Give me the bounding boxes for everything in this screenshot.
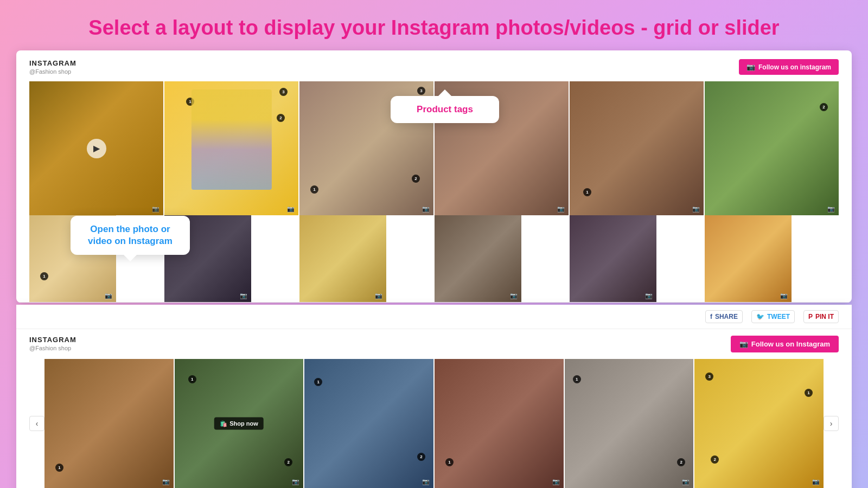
slider-container: ‹ 1 📷 1 2 🛍️ Shop now 📷 — [29, 359, 839, 488]
ig-icon-2: 📷 — [287, 206, 295, 213]
stag-3b: 2 — [417, 453, 425, 461]
grid-photo-8[interactable]: 📷 — [164, 215, 251, 302]
stag-2b: 2 — [284, 458, 292, 466]
sig-6: 📷 — [812, 478, 820, 485]
ig-icon-3: 📷 — [422, 206, 430, 213]
stag-2a: 1 — [188, 375, 196, 383]
ig-icon-1: 📷 — [152, 206, 159, 213]
instagram-icon-bottom: 📷 — [739, 340, 748, 348]
tag-4a: 1 — [445, 98, 454, 106]
stag-1a: 1 — [55, 464, 63, 472]
tag-5a: 1 — [583, 188, 591, 196]
ig-icon-10: 📷 — [510, 292, 518, 299]
stag-3a: 1 — [314, 378, 322, 386]
ig-handle-top: @Fashion shop — [29, 68, 76, 75]
photo-grid-bottom-row: 1 📷 📷 📷 📷 📷 📷 — [29, 215, 839, 302]
bottom-section: f SHARE 🐦 TWEET P PIN IT INSTAGRAM @Fash… — [16, 305, 852, 488]
bottom-ig-handle: @Fashion shop — [29, 345, 76, 351]
tag-3b: 2 — [412, 175, 420, 183]
top-panel: INSTAGRAM @Fashion shop 📷 Follow us on i… — [16, 50, 852, 303]
sig-3: 📷 — [422, 478, 430, 485]
photo-grid-top: ▶ 📷 1 2 3 📷 1 2 3 📷 1 📷 — [29, 81, 839, 215]
slider-photo-2[interactable]: 1 2 🛍️ Shop now 📷 — [175, 359, 304, 488]
instagram-icon-top: 📷 — [746, 63, 755, 71]
pinterest-icon: P — [808, 313, 813, 320]
slider-photo-1[interactable]: 1 📷 — [44, 359, 174, 488]
ig-header-top: INSTAGRAM @Fashion shop 📷 Follow us on i… — [29, 59, 839, 75]
ig-icon-8: 📷 — [240, 292, 247, 299]
stag-6a: 3 — [705, 373, 713, 381]
ig-icon-6: 📷 — [827, 206, 835, 213]
grid-photo-7[interactable]: 1 📷 — [29, 215, 116, 302]
grid-photo-9[interactable]: 📷 — [299, 215, 386, 302]
grid-photo-12[interactable]: 📷 — [705, 215, 792, 302]
grid-photo-4[interactable]: 1 📷 — [435, 81, 569, 215]
facebook-icon: f — [710, 313, 712, 320]
top-widget-card: INSTAGRAM @Fashion shop 📷 Follow us on i… — [16, 50, 852, 303]
ig-icon-4: 📷 — [557, 206, 565, 213]
ig-brand-top: INSTAGRAM @Fashion shop — [29, 59, 76, 75]
ig-icon-12: 📷 — [780, 292, 788, 299]
page-header: Select a layout to display your Instagra… — [0, 0, 868, 50]
tag-2b: 2 — [277, 114, 285, 122]
sig-4: 📷 — [552, 478, 560, 485]
slider-prev-arrow[interactable]: ‹ — [29, 416, 44, 431]
stag-5a: 1 — [573, 375, 581, 383]
tag-3c: 3 — [417, 87, 425, 95]
pinterest-share-btn[interactable]: P PIN IT — [803, 310, 839, 323]
slider-photo-6[interactable]: 3 1 2 📷 — [694, 359, 824, 488]
grid-photo-5[interactable]: 1 📷 — [570, 81, 704, 215]
ig-icon-11: 📷 — [645, 292, 653, 299]
follow-instagram-button-top[interactable]: 📷 Follow us on instagram — [739, 59, 839, 75]
sig-2: 📷 — [292, 478, 299, 485]
grid-photo-6[interactable]: 2 📷 — [705, 81, 839, 215]
stag-6c: 2 — [711, 455, 719, 464]
stag-4a: 1 — [445, 458, 454, 466]
tag-3a: 1 — [310, 185, 318, 194]
slider-photo-4[interactable]: 1 📷 — [435, 359, 564, 488]
sig-5: 📷 — [682, 478, 690, 485]
ig-icon-7: 📷 — [105, 292, 112, 299]
grid-photo-11[interactable]: 📷 — [570, 215, 656, 302]
tag-7a: 1 — [40, 272, 48, 280]
grid-photo-2[interactable]: 1 2 3 📷 — [164, 81, 298, 215]
slider-photo-3[interactable]: 1 2 📷 — [304, 359, 433, 488]
ig-brand-bottom: INSTAGRAM @Fashion shop — [29, 336, 76, 351]
twitter-share-btn[interactable]: 🐦 TWEET — [751, 310, 795, 323]
photo-2-figure — [191, 89, 271, 190]
slider-photos: 1 📷 1 2 🛍️ Shop now 📷 1 2 📷 — [44, 359, 824, 488]
play-button-1: ▶ — [87, 139, 106, 158]
sig-1: 📷 — [162, 478, 170, 485]
facebook-share-btn[interactable]: f SHARE — [705, 310, 743, 323]
grid-photo-1[interactable]: ▶ 📷 — [29, 81, 163, 215]
slider-photo-5[interactable]: 1 2 📷 — [565, 359, 694, 488]
tag-6a: 2 — [820, 103, 828, 111]
bottom-ig-header: INSTAGRAM @Fashion shop 📷 Follow us on I… — [29, 336, 839, 352]
stag-5b: 2 — [677, 458, 685, 466]
grid-photo-10[interactable]: 📷 — [435, 215, 521, 302]
bottom-ig-title: INSTAGRAM — [29, 336, 76, 344]
slider-next-arrow[interactable]: › — [824, 416, 839, 431]
ig-icon-5: 📷 — [692, 206, 700, 213]
grid-photo-3[interactable]: 1 2 3 📷 — [299, 81, 433, 215]
twitter-icon: 🐦 — [756, 313, 764, 320]
tag-2c: 3 — [279, 88, 288, 96]
follow-instagram-button-bottom[interactable]: 📷 Follow us on Instagram — [731, 336, 839, 352]
shop-now-button[interactable]: 🛍️ Shop now — [214, 417, 264, 429]
stag-6b: 1 — [805, 389, 813, 397]
bottom-ig-widget: INSTAGRAM @Fashion shop 📷 Follow us on I… — [16, 329, 852, 488]
share-bar: f SHARE 🐦 TWEET P PIN IT — [16, 305, 852, 329]
page-title: Select a layout to display your Instagra… — [11, 16, 857, 40]
ig-icon-9: 📷 — [375, 292, 382, 299]
ig-brand-name: INSTAGRAM — [29, 59, 76, 67]
